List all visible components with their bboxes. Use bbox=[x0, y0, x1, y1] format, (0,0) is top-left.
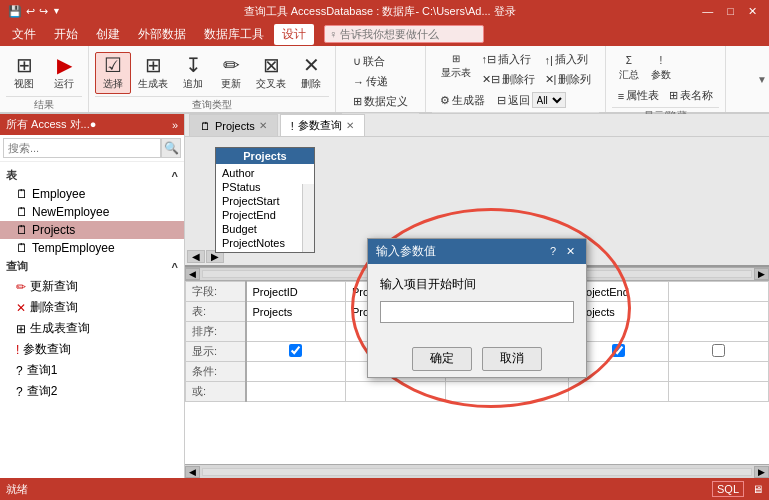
sidebar-item-maketablequery[interactable]: ⊞ 生成表查询 bbox=[0, 318, 184, 339]
deletecol-icon: ✕| bbox=[545, 73, 557, 86]
maketable-button[interactable]: ⊞ 生成表 bbox=[133, 52, 173, 94]
union-button[interactable]: ∪ 联合 bbox=[349, 52, 412, 71]
status-display-icon[interactable]: 🖥 bbox=[752, 483, 763, 495]
insertrow-icon: ↑⊟ bbox=[482, 53, 497, 66]
append-icon: ↧ bbox=[185, 55, 202, 75]
sidebar-item-projects[interactable]: 🗒 Projects bbox=[0, 221, 184, 239]
maximize-button[interactable]: □ bbox=[723, 4, 738, 19]
sidebar-item-paramquery[interactable]: ! 参数查询 bbox=[0, 339, 184, 360]
tab-projects-icon: 🗒 bbox=[200, 120, 211, 132]
ribbon-group-settings: ⊞ 显示表 ↑⊟ 插入行 ✕⊟ 删除行 ↑| 插入列 bbox=[426, 46, 606, 112]
sidebar-section-tables[interactable]: 表 ^ bbox=[0, 166, 184, 185]
ribbon-search-input[interactable] bbox=[324, 25, 484, 43]
sidebar-item-employee[interactable]: 🗒 Employee bbox=[0, 185, 184, 203]
redo-icon[interactable]: ↪ bbox=[39, 5, 48, 18]
total-button[interactable]: Σ 汇总 bbox=[614, 52, 644, 85]
sidebar-item-query2[interactable]: ? 查询2 bbox=[0, 381, 184, 402]
showtable-button[interactable]: ⊞ 显示表 bbox=[436, 50, 476, 89]
pass-icon: → bbox=[353, 76, 364, 88]
sidebar-section-queries[interactable]: 查询 ^ bbox=[0, 257, 184, 276]
insertcol-button[interactable]: ↑| 插入列 bbox=[541, 50, 596, 69]
modal-close-button[interactable]: ✕ bbox=[563, 245, 578, 258]
sidebar-header: 所有 Access 对...● » bbox=[0, 114, 184, 135]
tables-label: 表 bbox=[6, 168, 17, 183]
update-button[interactable]: ✏ 更新 bbox=[213, 52, 249, 94]
querytype-buttons: ☑ 选择 ⊞ 生成表 ↧ 追加 ✏ 更新 ⊠ 交叉表 ✕ 删除 bbox=[95, 48, 329, 94]
menu-file[interactable]: 文件 bbox=[4, 24, 44, 45]
sidebar-search-button[interactable]: 🔍 bbox=[161, 138, 181, 158]
return-button[interactable]: ⊟ 返回 All bbox=[493, 90, 570, 110]
status-sql[interactable]: SQL bbox=[712, 481, 744, 497]
sidebar-item-newemployee[interactable]: 🗒 NewEmployee bbox=[0, 203, 184, 221]
tab-projects[interactable]: 🗒 Projects ✕ bbox=[189, 114, 278, 136]
tablename-button[interactable]: ⊞ 表名称 bbox=[665, 86, 717, 105]
ribbon-scroll-down[interactable]: ▼ bbox=[757, 74, 767, 85]
tab-bar: 🗒 Projects ✕ ! 参数查询 ✕ bbox=[185, 114, 769, 137]
view-button[interactable]: ⊞ 视图 bbox=[6, 52, 42, 94]
deletecol-button[interactable]: ✕| 删除列 bbox=[541, 70, 596, 89]
minimize-button[interactable]: — bbox=[698, 4, 717, 19]
sidebar-content: 表 ^ 🗒 Employee 🗒 NewEmployee 🗒 Projects … bbox=[0, 162, 184, 478]
deleterow-icon: ✕⊟ bbox=[482, 73, 500, 86]
crosstab-icon: ⊠ bbox=[263, 55, 280, 75]
query-icon-2: ? bbox=[16, 385, 23, 399]
modal-dialog: 输入参数值 ? ✕ 输入项目开始时间 确定 取消 bbox=[367, 238, 587, 378]
menu-create[interactable]: 创建 bbox=[88, 24, 128, 45]
query-icon-1: ? bbox=[16, 364, 23, 378]
builder-icon: ⚙ bbox=[440, 94, 450, 107]
deleterow-button[interactable]: ✕⊟ 删除行 bbox=[478, 70, 539, 89]
return-dropdown[interactable]: All bbox=[532, 92, 566, 108]
select-button[interactable]: ☑ 选择 bbox=[95, 52, 131, 94]
pass-button[interactable]: → 传递 bbox=[349, 72, 412, 91]
modal-input[interactable] bbox=[380, 301, 574, 323]
status-bar-right: SQL 🖥 bbox=[712, 481, 763, 497]
params-button[interactable]: ! 参数 bbox=[646, 52, 676, 85]
close-button[interactable]: ✕ bbox=[744, 4, 761, 19]
view-icon: ⊞ bbox=[16, 55, 33, 75]
menu-dbtools[interactable]: 数据库工具 bbox=[196, 24, 272, 45]
dropdown-icon[interactable]: ▼ bbox=[52, 6, 61, 16]
query-icon-update: ✏ bbox=[16, 280, 26, 294]
menu-start[interactable]: 开始 bbox=[46, 24, 86, 45]
delete-button[interactable]: ✕ 删除 bbox=[293, 52, 329, 94]
insertrow-button[interactable]: ↑⊟ 插入行 bbox=[478, 50, 539, 69]
results-label: 结果 bbox=[6, 96, 82, 112]
sidebar-collapse-icon[interactable]: » bbox=[172, 119, 178, 131]
run-button[interactable]: ▶ 运行 bbox=[46, 52, 82, 94]
title-bar-title: 查询工具 AccessDatabase : 数据库- C:\Users\Ad..… bbox=[61, 4, 698, 19]
modal-cancel-button[interactable]: 取消 bbox=[482, 347, 542, 371]
menu-external[interactable]: 外部数据 bbox=[130, 24, 194, 45]
datadef-button[interactable]: ⊞ 数据定义 bbox=[349, 92, 412, 111]
sidebar-item-tempemployee[interactable]: 🗒 TempEmployee bbox=[0, 239, 184, 257]
propsheet-button[interactable]: ≡ 属性表 bbox=[614, 86, 663, 105]
tab-projects-close[interactable]: ✕ bbox=[259, 120, 267, 131]
maketable-icon: ⊞ bbox=[145, 55, 162, 75]
menu-bar: 文件 开始 创建 外部数据 数据库工具 设计 bbox=[0, 22, 769, 46]
sidebar-item-deletequery[interactable]: ✕ 删除查询 bbox=[0, 297, 184, 318]
modal-question-button[interactable]: ? bbox=[547, 245, 559, 258]
sidebar-item-query1[interactable]: ? 查询1 bbox=[0, 360, 184, 381]
select-icon: ☑ bbox=[104, 55, 122, 75]
crosstab-button[interactable]: ⊠ 交叉表 bbox=[251, 52, 291, 94]
querytype-label: 查询类型 bbox=[95, 96, 329, 112]
builder-button[interactable]: ⚙ 生成器 bbox=[436, 91, 489, 110]
title-bar-controls: — □ ✕ bbox=[698, 4, 761, 19]
tables-expand-icon: ^ bbox=[172, 170, 178, 182]
tab-paramquery[interactable]: ! 参数查询 ✕ bbox=[280, 114, 365, 136]
tab-paramquery-close[interactable]: ✕ bbox=[346, 120, 354, 131]
sidebar-search-input[interactable] bbox=[3, 138, 161, 158]
showtable-icon: ⊞ bbox=[452, 53, 460, 64]
update-icon: ✏ bbox=[223, 55, 240, 75]
modal-title-bar: 输入参数值 ? ✕ bbox=[368, 239, 586, 264]
undo-icon[interactable]: ↩ bbox=[26, 5, 35, 18]
sidebar-search-area: 🔍 bbox=[0, 135, 184, 162]
menu-design[interactable]: 设计 bbox=[274, 24, 314, 45]
sidebar-item-updatequery[interactable]: ✏ 更新查询 bbox=[0, 276, 184, 297]
modal-ok-button[interactable]: 确定 bbox=[412, 347, 472, 371]
append-button[interactable]: ↧ 追加 bbox=[175, 52, 211, 94]
query-icon-param: ! bbox=[16, 343, 19, 357]
ribbon-group-showhide: Σ 汇总 ! 参数 ≡ 属性表 ⊞ 表名称 显示/隐藏 bbox=[606, 46, 726, 112]
tablename-icon: ⊞ bbox=[669, 89, 678, 102]
params-icon: ! bbox=[659, 55, 662, 66]
query-icon-maketable: ⊞ bbox=[16, 322, 26, 336]
